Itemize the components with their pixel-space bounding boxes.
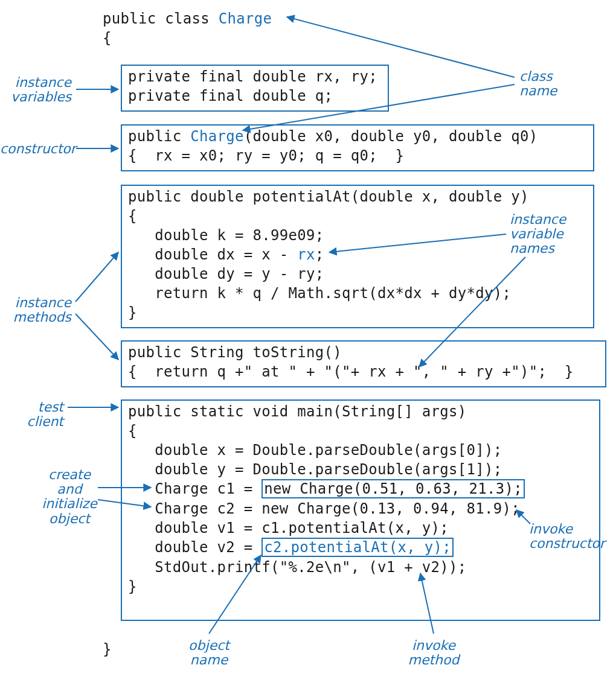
new-charge-box: new Charge(0.51, 0.63, 21.3); — [261, 479, 525, 498]
class-declaration: public class Charge — [103, 9, 272, 28]
m1-open: { — [128, 206, 137, 226]
invoke-method-box: c2.potentialAt(x, y); — [261, 538, 454, 557]
label-instance-methods: instance methods — [11, 296, 71, 325]
class-open-brace: { — [103, 28, 112, 48]
label-constructor: constructor — [0, 142, 71, 156]
label-instance-variables: instance variables — [11, 75, 71, 104]
main-sig: public static void main(String[] args) — [128, 402, 466, 421]
label-create-object: create and initialize object — [39, 468, 100, 526]
main-l5a: Charge c1 = — [128, 480, 261, 497]
label-object-name: object name — [179, 638, 239, 667]
svg-line-2 — [75, 252, 118, 302]
m1-sig: public double potentialAt(double x, doub… — [128, 187, 529, 206]
ivar-line-2: private final double q; — [128, 86, 333, 106]
main-l8a: double v2 = — [128, 539, 261, 556]
main-l3: double x = Double.parseDouble(args[0]); — [128, 441, 502, 460]
main-l6: Charge c2 = new Charge(0.13, 0.94, 81.9)… — [128, 499, 520, 518]
main-open: { — [128, 421, 137, 441]
svg-line-3 — [75, 314, 118, 360]
m1-l6: return k * q / Math.sqrt(dx*dx + dy*dy); — [128, 284, 511, 303]
ctor-sig-post: (double x0, double y0, double q0) — [244, 128, 538, 145]
main-l4: double y = Double.parseDouble(args[1]); — [128, 460, 502, 479]
ctor-sig-pre: public — [128, 128, 190, 145]
m1-close: } — [128, 303, 137, 322]
ivar-line-1: private final double rx, ry; — [128, 67, 377, 86]
m1-l4a: double dx = x - — [128, 246, 297, 263]
label-class-name: class name — [519, 69, 557, 98]
main-l8: double v2 = c2.potentialAt(x, y); — [128, 538, 454, 557]
class-close-brace: } — [103, 640, 112, 659]
ctor-body: { rx = x0; ry = y0; q = q0; } — [128, 146, 404, 165]
ctor-sig-name: Charge — [190, 128, 244, 145]
m1-l3: double k = 8.99e09; — [128, 226, 324, 245]
m2-body: { return q +" at " + "("+ rx + ", " + ry… — [128, 362, 573, 381]
m1-l4c: ; — [315, 246, 324, 263]
class-name-token: Charge — [219, 10, 272, 27]
main-l7: double v1 = c1.potentialAt(x, y); — [128, 518, 449, 538]
label-invoke-method: invoke method — [403, 638, 464, 667]
label-ivar-names: instance variable names — [510, 212, 566, 256]
main-close: } — [128, 577, 137, 596]
m1-l4: double dx = x - rx; — [128, 245, 324, 264]
label-invoke-ctor: invoke constructor — [529, 522, 605, 551]
main-l5: Charge c1 = new Charge(0.51, 0.63, 21.3)… — [128, 479, 525, 498]
main-l9: StdOut.printf("%.2e\n", (v1 + v2)); — [128, 558, 466, 577]
kw-public-class: public class — [103, 10, 219, 27]
label-test-client: test client — [0, 400, 63, 429]
m2-sig: public String toString() — [128, 343, 342, 362]
ctor-sig: public Charge(double x0, double y0, doub… — [128, 127, 537, 146]
m1-l5: double dy = y - ry; — [128, 264, 324, 284]
m1-l4-rx: rx — [297, 246, 315, 263]
